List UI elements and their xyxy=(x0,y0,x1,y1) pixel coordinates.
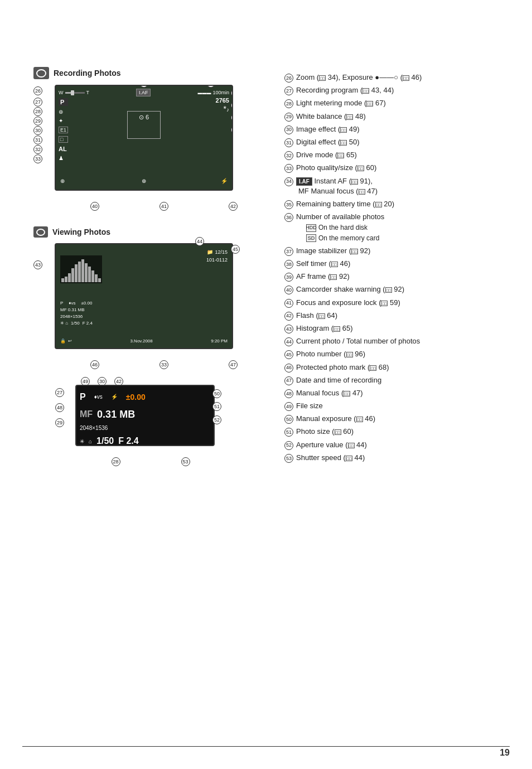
label-29: 29 xyxy=(33,116,42,125)
label-31: 31 xyxy=(33,135,42,144)
label-43: 43 xyxy=(33,260,42,269)
label-51: 51 xyxy=(212,402,221,411)
label-32: 32 xyxy=(33,144,42,154)
label-47: 47 xyxy=(229,360,238,369)
iaf-badge-rec: I.AF xyxy=(136,89,151,96)
viewing-photos-title: Viewing Photos xyxy=(52,228,110,236)
label-30: 30 xyxy=(33,125,42,135)
item-49: 49 File size xyxy=(284,401,510,411)
item-50: 50 Manual exposure (□□ 46) xyxy=(284,414,510,424)
item-44: 44 Current photo / Total number of photo… xyxy=(284,336,510,346)
label-38: 38 xyxy=(231,113,233,122)
item-53: 53 Shutter speed (□□ 44) xyxy=(284,453,510,463)
label-39: 39 xyxy=(231,125,233,134)
label-45: 45 xyxy=(231,244,240,254)
viewing-photos-header: Viewing Photos xyxy=(33,226,268,238)
viewing-screen: 📁 12/15 101-0112 P ♦vs ±0.00 MF 0.31 MB … xyxy=(55,243,233,349)
item-31: 31 Digital effect (□□ 50) xyxy=(284,137,510,147)
label-33: 33 xyxy=(33,154,42,163)
item-32: 32 Drive mode (□□ 65) xyxy=(284,150,510,160)
detail-screen: P ♦vs ⚡ ±0.00 MF 0.31 MB 2048×1536 ✳ ⌂ xyxy=(75,385,215,446)
recording-photos-title: Recording Photos xyxy=(54,69,121,78)
label-34: 34 xyxy=(139,85,148,88)
item-27: 27 Recording program (□□ 43, 44) xyxy=(284,85,510,95)
item-37: 37 Image stabilizer (□□ 92) xyxy=(284,246,510,256)
item-30: 30 Image effect (□□ 49) xyxy=(284,124,510,134)
label-28: 28 xyxy=(33,107,42,116)
label-41: 41 xyxy=(159,202,168,211)
label-40: 40 xyxy=(90,202,99,211)
bottom-rule xyxy=(22,746,510,747)
label-29-d: 29 xyxy=(55,418,64,427)
item-26: 26 Zoom (□□ 34), Exposure ●——○ (□□ 46) xyxy=(284,72,510,83)
page-number: 19 xyxy=(500,748,510,758)
item-40: 40 Camcorder shake warning (□□ 92) xyxy=(284,284,510,294)
item-48: 48 Manual focus (□□ 47) xyxy=(284,388,510,398)
label-36: 36 xyxy=(231,88,233,98)
label-33-v: 33 xyxy=(159,360,168,369)
label-48: 48 xyxy=(55,403,64,412)
label-50: 50 xyxy=(212,389,221,398)
item-34: 34 I.AF Instant AF (□□ 91), MF Manual fo… xyxy=(284,176,510,196)
item-45: 45 Photo number (□□ 96) xyxy=(284,349,510,359)
label-46-v: 46 xyxy=(90,360,99,369)
label-35: 35 xyxy=(206,85,215,88)
camera-view-icon xyxy=(33,226,48,238)
left-column: Recording Photos 26 27 28 29 30 31 32 33… xyxy=(33,67,268,472)
item-29: 29 White balance (□□ 48) xyxy=(284,112,510,122)
right-column: 26 Zoom (□□ 34), Exposure ●——○ (□□ 46) 2… xyxy=(284,67,510,472)
label-53: 53 xyxy=(181,457,190,466)
item-36: 36 Number of available photos HDD On the… xyxy=(284,212,510,243)
item-47: 47 Date and time of recording xyxy=(284,375,510,385)
label-27-d: 27 xyxy=(55,388,64,397)
item-35: 35 Remaining battery time (□□ 20) xyxy=(284,199,510,209)
recording-photos-header: Recording Photos xyxy=(33,67,268,79)
label-26: 26 xyxy=(33,85,42,97)
label-44: 44 xyxy=(195,236,204,246)
item-52: 52 Aperture value (□□ 44) xyxy=(284,440,510,450)
photo-count-rec: 2765 xyxy=(216,97,229,104)
label-42: 42 xyxy=(229,202,238,211)
item-43: 43 Histogram (□□ 65) xyxy=(284,323,510,333)
label-37: 37 xyxy=(231,100,233,110)
recording-screen: W T I.AF ▬▬▬ 100min xyxy=(55,85,233,191)
label-28-d: 28 xyxy=(112,457,120,466)
item-39: 39 AF frame (□□ 92) xyxy=(284,272,510,282)
item-28: 28 Light metering mode (□□ 67) xyxy=(284,98,510,108)
item-33: 33 Photo quality/size (□□ 60) xyxy=(284,163,510,173)
item-51: 51 Photo size (□□ 60) xyxy=(284,427,510,437)
label-52: 52 xyxy=(212,415,221,424)
item-38: 38 Self timer (□□ 46) xyxy=(284,259,510,269)
label-27: 27 xyxy=(33,97,42,107)
items-list: 26 Zoom (□□ 34), Exposure ●——○ (□□ 46) 2… xyxy=(284,72,510,463)
item-42: 42 Flash (□□ 64) xyxy=(284,311,510,321)
item-46: 46 Protected photo mark (□□ 68) xyxy=(284,362,510,373)
item-41: 41 Focus and exposure lock (□□ 59) xyxy=(284,298,510,308)
camera-icon xyxy=(33,67,49,79)
